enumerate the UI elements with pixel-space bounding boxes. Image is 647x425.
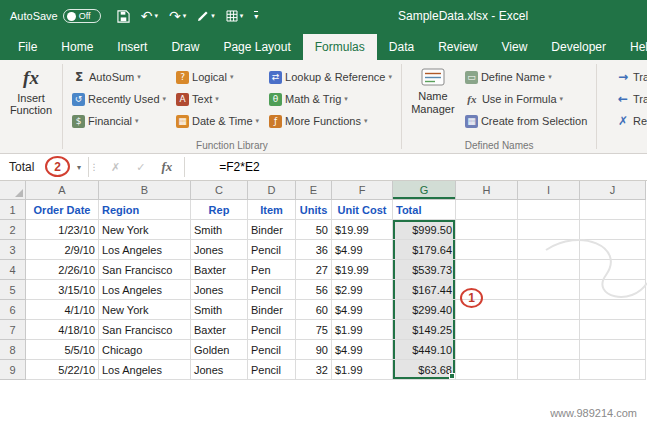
cell-G2[interactable]: $999.50 xyxy=(393,220,456,240)
cell-C1[interactable]: Rep xyxy=(191,200,248,220)
cell-C3[interactable]: Jones xyxy=(191,240,248,260)
row-header-5[interactable]: 5 xyxy=(0,280,26,300)
cell-H3[interactable] xyxy=(456,240,518,260)
cell-B5[interactable]: Los Angeles xyxy=(99,280,191,300)
row-header-9[interactable]: 9 xyxy=(0,360,26,380)
cell-B9[interactable]: Los Angeles xyxy=(99,360,191,380)
ribbon-button-trace-dependents[interactable]: ←Trace Dependents xyxy=(611,88,647,110)
cell-E3[interactable]: 36 xyxy=(296,240,332,260)
ribbon-button-trace-precedents[interactable]: →Trace Precedents xyxy=(611,66,647,88)
column-header-H[interactable]: H xyxy=(456,181,518,200)
cell-C7[interactable]: Baxter xyxy=(191,320,248,340)
cell-C4[interactable]: Baxter xyxy=(191,260,248,280)
name-manager-button[interactable]: Name Manager xyxy=(406,64,460,137)
ribbon-button-lookup-reference[interactable]: ⇄Lookup & Reference▾ xyxy=(264,66,397,88)
cell-A6[interactable]: 4/1/10 xyxy=(26,300,99,320)
autosave-switch[interactable]: Off xyxy=(63,9,101,23)
cell-G9[interactable]: $63.68 xyxy=(393,360,456,380)
cell-E9[interactable]: 32 xyxy=(296,360,332,380)
cell-D7[interactable]: Pencil xyxy=(248,320,296,340)
cell-I7[interactable] xyxy=(518,320,580,340)
cell-C8[interactable]: Golden xyxy=(191,340,248,360)
cell-I1[interactable] xyxy=(518,200,580,220)
tab-page-layout[interactable]: Page Layout xyxy=(211,34,302,60)
cell-G5[interactable]: $167.44 xyxy=(393,280,456,300)
ribbon-button-autosum[interactable]: ΣAutoSum▾ xyxy=(67,66,171,88)
autosave-toggle[interactable]: AutoSave Off xyxy=(10,9,101,23)
cell-A9[interactable]: 5/22/10 xyxy=(26,360,99,380)
column-header-F[interactable]: F xyxy=(332,181,393,200)
cell-F9[interactable]: $1.99 xyxy=(332,360,393,380)
column-header-I[interactable]: I xyxy=(518,181,580,200)
cell-I2[interactable] xyxy=(518,220,580,240)
column-header-E[interactable]: E xyxy=(296,181,332,200)
tab-draw[interactable]: Draw xyxy=(159,34,211,60)
cell-E4[interactable]: 27 xyxy=(296,260,332,280)
formula-bar-splitter[interactable]: ⋮ xyxy=(89,154,99,180)
cell-B2[interactable]: New York xyxy=(99,220,191,240)
ribbon-button-use-in-formula[interactable]: fxUse in Formula▾ xyxy=(460,88,592,110)
cell-J4[interactable] xyxy=(580,260,646,280)
cell-I8[interactable] xyxy=(518,340,580,360)
column-header-C[interactable]: C xyxy=(191,181,248,200)
row-header-1[interactable]: 1 xyxy=(0,200,26,220)
column-header-B[interactable]: B xyxy=(99,181,191,200)
cell-E5[interactable]: 56 xyxy=(296,280,332,300)
cell-A5[interactable]: 3/15/10 xyxy=(26,280,99,300)
cell-F8[interactable]: $4.99 xyxy=(332,340,393,360)
cell-F2[interactable]: $19.99 xyxy=(332,220,393,240)
tab-data[interactable]: Data xyxy=(377,34,426,60)
cell-G6[interactable]: $299.40 xyxy=(393,300,456,320)
ribbon-button-logical[interactable]: ?Logical▾ xyxy=(171,66,264,88)
formula-input[interactable]: =F2*E2 xyxy=(185,154,259,180)
column-header-D[interactable]: D xyxy=(248,181,296,200)
cell-B4[interactable]: San Francisco xyxy=(99,260,191,280)
cell-E2[interactable]: 50 xyxy=(296,220,332,240)
cell-I6[interactable] xyxy=(518,300,580,320)
cell-G3[interactable]: $179.64 xyxy=(393,240,456,260)
insert-function-button[interactable]: fx Insert Function xyxy=(4,64,58,137)
ribbon-button-recently-used[interactable]: ↺Recently Used▾ xyxy=(67,88,171,110)
cell-E1[interactable]: Units xyxy=(296,200,332,220)
cell-C6[interactable]: Smith xyxy=(191,300,248,320)
insert-function-fx-button[interactable]: fx xyxy=(161,159,172,175)
cell-C2[interactable]: Smith xyxy=(191,220,248,240)
cell-D9[interactable]: Pencil xyxy=(248,360,296,380)
cell-F1[interactable]: Unit Cost xyxy=(332,200,393,220)
table-tool-button[interactable]: ▾ xyxy=(226,10,244,22)
cell-E7[interactable]: 75 xyxy=(296,320,332,340)
cell-A7[interactable]: 4/18/10 xyxy=(26,320,99,340)
cell-B3[interactable]: Los Angeles xyxy=(99,240,191,260)
cell-I5[interactable] xyxy=(518,280,580,300)
fill-handle[interactable] xyxy=(449,373,455,379)
save-button[interactable] xyxy=(117,10,130,23)
cell-B7[interactable]: San Francisco xyxy=(99,320,191,340)
ribbon-button-math-trig[interactable]: θMath & Trig▾ xyxy=(264,88,397,110)
cell-H7[interactable] xyxy=(456,320,518,340)
cell-C9[interactable]: Jones xyxy=(191,360,248,380)
tab-home[interactable]: Home xyxy=(49,34,105,60)
cell-J5[interactable] xyxy=(580,280,646,300)
cell-B6[interactable]: New York xyxy=(99,300,191,320)
cell-F3[interactable]: $4.99 xyxy=(332,240,393,260)
cell-D2[interactable]: Binder xyxy=(248,220,296,240)
ribbon-button-define-name[interactable]: ▭Define Name▾ xyxy=(460,66,592,88)
cell-G1[interactable]: Total xyxy=(393,200,456,220)
row-header-3[interactable]: 3 xyxy=(0,240,26,260)
tab-insert[interactable]: Insert xyxy=(105,34,159,60)
tab-file[interactable]: File xyxy=(6,34,49,60)
cell-I3[interactable] xyxy=(518,240,580,260)
cell-B8[interactable]: Chicago xyxy=(99,340,191,360)
cell-E8[interactable]: 90 xyxy=(296,340,332,360)
cell-A3[interactable]: 2/9/10 xyxy=(26,240,99,260)
cell-D1[interactable]: Item xyxy=(248,200,296,220)
cell-J3[interactable] xyxy=(580,240,646,260)
cell-C5[interactable]: Jones xyxy=(191,280,248,300)
cell-J1[interactable] xyxy=(580,200,646,220)
row-header-7[interactable]: 7 xyxy=(0,320,26,340)
redo-button[interactable]: ↷▾ xyxy=(169,9,186,23)
cell-A1[interactable]: Order Date xyxy=(26,200,99,220)
cell-H9[interactable] xyxy=(456,360,518,380)
cell-F6[interactable]: $4.99 xyxy=(332,300,393,320)
ribbon-button-more-functions[interactable]: ƒMore Functions▾ xyxy=(264,110,397,132)
